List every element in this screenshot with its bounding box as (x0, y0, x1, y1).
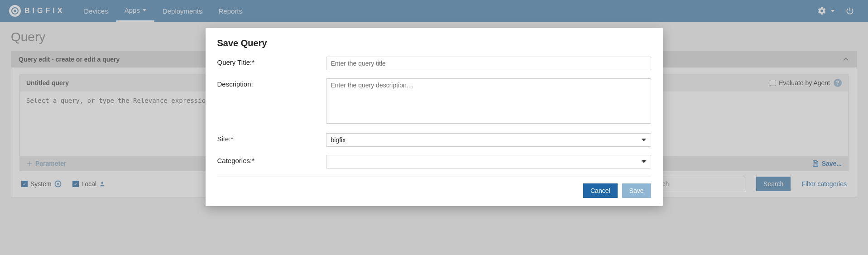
input-description[interactable] (326, 78, 651, 124)
form-row-description: Description: (217, 78, 651, 125)
modal-overlay[interactable]: Save Query Query Title:* Description: Si… (0, 0, 868, 255)
label-categories: Categories:* (217, 155, 326, 164)
cancel-button[interactable]: Cancel (583, 183, 618, 198)
save-confirm-button[interactable]: Save (622, 183, 651, 198)
label-site: Site:* (217, 133, 326, 143)
modal-title: Save Query (217, 38, 651, 48)
form-row-categories: Categories:* (217, 155, 651, 168)
form-row-site: Site:* bigfix (217, 133, 651, 147)
select-categories[interactable] (326, 155, 651, 168)
label-description: Description: (217, 78, 326, 88)
chevron-down-icon (642, 139, 646, 141)
label-query-title: Query Title:* (217, 57, 326, 66)
select-site-value: bigfix (331, 136, 346, 144)
save-query-modal: Save Query Query Title:* Description: Si… (206, 28, 663, 206)
modal-divider (217, 177, 651, 177)
input-query-title[interactable] (326, 57, 651, 70)
modal-footer: Cancel Save (217, 183, 651, 198)
chevron-down-icon (642, 160, 646, 163)
form-row-title: Query Title:* (217, 57, 651, 70)
select-site[interactable]: bigfix (326, 133, 651, 147)
